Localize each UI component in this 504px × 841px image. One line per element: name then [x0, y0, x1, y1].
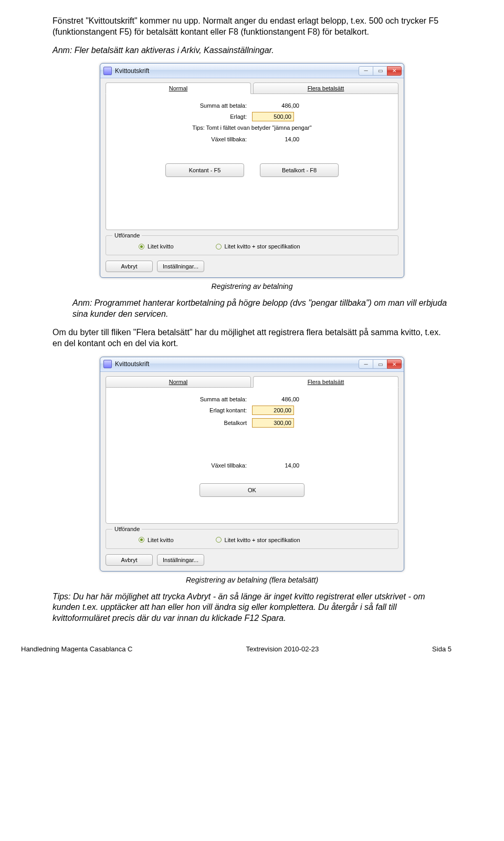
titlebar: Kvittoutskrift ─ ▭ ✕	[100, 64, 404, 78]
installningar-button[interactable]: Inställningar...	[157, 554, 204, 566]
tab-flera-betalsatt[interactable]: Flera betalsätt	[253, 376, 398, 388]
close-button[interactable]: ✕	[387, 66, 402, 76]
figure-caption: Registrering av betalning (flera betalsä…	[52, 576, 452, 584]
maximize-button[interactable]: ▭	[373, 66, 387, 76]
app-icon	[103, 360, 112, 368]
paragraph: Fönstret "Kvittoutskrift" kommer nu upp.…	[52, 16, 452, 38]
installningar-button[interactable]: Inställningar...	[157, 261, 204, 272]
tab-flera-betalsatt[interactable]: Flera betalsätt	[253, 82, 398, 94]
radio-litet-kvitto[interactable]: Litet kvitto	[139, 243, 174, 250]
radio-icon	[216, 537, 222, 543]
avbryt-button[interactable]: Avbryt	[106, 554, 153, 566]
erlagt-kontant-input[interactable]	[252, 406, 294, 415]
footer-mid: Textrevision 2010-02-23	[246, 645, 319, 653]
kvittoutskrift-window-normal: Kvittoutskrift ─ ▭ ✕ Normal Flera betals…	[100, 63, 404, 278]
utforande-group: Utförande Litet kvitto Litet kvitto + st…	[106, 235, 398, 255]
kontant-f5-button[interactable]: Kontant - F5	[165, 163, 244, 177]
minimize-button[interactable]: ─	[359, 66, 373, 76]
label-erlagt-kontant: Erlagt kontant:	[116, 407, 252, 413]
label-summa-att-betala: Summa att betala:	[116, 102, 252, 109]
paragraph: Om du byter till fliken "Flera betalsätt…	[52, 327, 452, 349]
label-erlagt: Erlagt:	[116, 113, 252, 120]
label-vaxel-tillbaka: Växel tillbaka:	[116, 136, 252, 142]
paragraph-note: Anm: Programmet hanterar kortbetalning p…	[72, 298, 452, 320]
radio-label: Litet kvitto + stor specifikation	[225, 537, 300, 543]
avbryt-button[interactable]: Avbryt	[106, 261, 153, 272]
betalkort-input[interactable]	[252, 418, 294, 428]
radio-litet-kvitto-stor-spec[interactable]: Litet kvitto + stor specifikation	[216, 537, 300, 543]
radio-icon	[139, 537, 144, 543]
radio-litet-kvitto-stor-spec[interactable]: Litet kvitto + stor specifikation	[216, 243, 300, 250]
label-summa-att-betala: Summa att betala:	[116, 396, 252, 402]
window-title: Kvittoutskrift	[115, 67, 359, 75]
value-summa-att-betala: 486,00	[252, 396, 299, 402]
value-vaxel-tillbaka: 14,00	[252, 462, 299, 469]
radio-icon	[216, 244, 222, 250]
radio-label: Litet kvitto	[148, 537, 174, 543]
betalkort-f8-button[interactable]: Betalkort - F8	[260, 163, 339, 177]
close-button[interactable]: ✕	[387, 359, 402, 369]
page-footer: Handledning Magenta Casablanca C Textrev…	[0, 642, 504, 663]
radio-label: Litet kvitto	[148, 243, 174, 250]
erlagt-input[interactable]	[252, 112, 294, 121]
value-vaxel-tillbaka: 14,00	[252, 136, 299, 142]
utforande-legend: Utförande	[112, 526, 142, 532]
radio-litet-kvitto[interactable]: Litet kvitto	[139, 537, 174, 543]
app-icon	[103, 67, 112, 75]
label-vaxel-tillbaka: Växel tillbaka:	[116, 462, 252, 469]
paragraph-tips: Tips: Du har här möjlighet att trycka Av…	[52, 591, 452, 624]
paragraph-note: Anm: Fler betalsätt kan aktiveras i Arki…	[52, 45, 452, 56]
label-betalkort: Betalkort	[116, 420, 252, 426]
radio-label: Litet kvitto + stor specifikation	[225, 243, 300, 250]
utforande-group: Utförande Litet kvitto Litet kvitto + st…	[106, 529, 398, 549]
titlebar: Kvittoutskrift ─ ▭ ✕	[100, 357, 404, 372]
figure-caption: Registrering av betalning	[52, 282, 452, 290]
value-summa-att-betala: 486,00	[252, 102, 299, 109]
tab-normal[interactable]: Normal	[106, 376, 251, 388]
ok-button[interactable]: OK	[200, 483, 304, 497]
maximize-button[interactable]: ▭	[373, 359, 387, 369]
footer-left: Handledning Magenta Casablanca C	[21, 645, 132, 653]
minimize-button[interactable]: ─	[359, 359, 373, 369]
radio-icon	[139, 244, 144, 250]
tab-normal[interactable]: Normal	[106, 82, 251, 94]
tips-text: Tips: Tomt i fältet ovan betyder "jämna …	[116, 124, 388, 131]
utforande-legend: Utförande	[112, 232, 142, 238]
window-title: Kvittoutskrift	[115, 360, 359, 368]
kvittoutskrift-window-flera: Kvittoutskrift ─ ▭ ✕ Normal Flera betals…	[100, 357, 404, 572]
footer-right: Sida 5	[432, 645, 452, 653]
